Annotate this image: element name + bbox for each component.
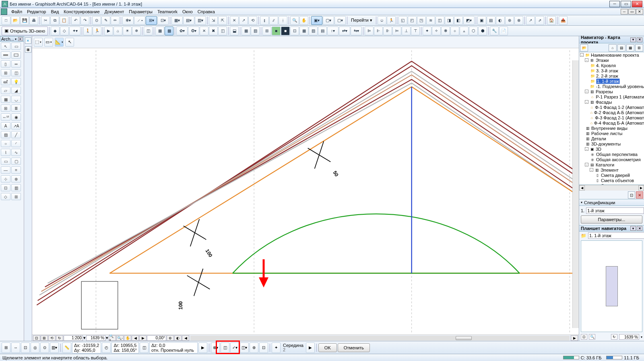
zoom-fit[interactable]: ⊡ [33,335,40,341]
layer-button[interactable]: ▦▾ [171,16,183,25]
ew3[interactable]: ◐ [496,16,505,25]
figure-tool[interactable]: ▭ [1,158,10,165]
splith-button[interactable]: ⫽ [269,16,278,25]
t6[interactable]: ⬡ [469,27,478,35]
snap-mode1-button[interactable]: ⟋▾ [134,16,145,25]
elevation-tool[interactable]: ⊹ [1,175,10,183]
ew1[interactable]: ▣ [477,16,486,25]
vtab-1[interactable]: ✕ [25,37,31,44]
menu-edit[interactable]: Редактор [25,8,48,15]
snap-play[interactable]: ▶ [306,343,315,353]
open-button[interactable]: 📂 [11,16,20,25]
zoom-prev2[interactable]: ◀ [132,335,139,341]
fwd-btn[interactable]: ▶ [571,335,578,341]
t4[interactable]: ⟐ [450,27,459,35]
zoom-in[interactable]: 🔍+ [109,335,116,341]
prev-zoom-fit[interactable]: ⊡ [581,334,587,340]
coord-polar[interactable]: ◴ [102,343,111,353]
roof-tool[interactable]: ◢ [11,87,21,94]
grid-button[interactable]: ⊡▾ [157,16,169,25]
r-cube[interactable]: ◫ [144,27,153,35]
rmode1[interactable]: ✿▾ [176,27,188,35]
open-3d-button[interactable]: ▣ Открыть 3D-окно [2,27,48,35]
walk2[interactable]: 🏃 [93,27,101,35]
drawing-canvas[interactable]: 50 100 100 [32,48,579,334]
r-shade1[interactable]: ▦ [155,27,164,35]
tx2[interactable]: ↗ [239,16,248,25]
coord-next[interactable]: ▶ [198,343,207,353]
rmode2[interactable]: ❂▾ [188,27,199,35]
save-button[interactable]: 💾 [20,16,29,25]
g9[interactable]: ⇄▾ [339,27,350,35]
stair-tool[interactable]: ≣ [11,105,21,112]
a6[interactable]: ⊤ [411,27,420,35]
rmode4[interactable]: ✖ [209,27,218,35]
person1[interactable]: ☺ [378,16,386,25]
vw1[interactable]: ◱ [398,16,407,25]
t5[interactable]: ⟁ [460,27,469,35]
preview-name-input[interactable] [588,232,644,239]
wrench[interactable]: 🔧 [490,27,499,35]
t2[interactable]: ✧ [432,27,441,35]
tree-new[interactable]: ⊡ [628,191,635,199]
vw2[interactable]: ◰ [408,16,417,25]
arrow2-tool[interactable]: ⇗ [535,16,544,25]
new-button[interactable]: □ [2,16,10,25]
t1[interactable]: ✦ [423,27,431,35]
xref-button[interactable]: ⇲ [209,16,218,25]
interior-tool[interactable]: ⊕ [11,175,21,183]
view-group2[interactable]: ▢▾ [323,16,334,25]
circle-tool[interactable]: ○ [1,140,10,147]
arrow-tool[interactable]: ↗ [526,16,535,25]
info-rect[interactable]: ▭ [44,38,53,47]
a3[interactable]: ⊪ [383,27,392,35]
snap-mode2-button[interactable]: ⊞▾ [146,16,157,25]
beam-tool[interactable]: ═ [11,60,21,68]
g5[interactable]: ▦ [299,27,308,35]
nav3[interactable]: ☀ [123,27,132,35]
prev-refresh[interactable]: ↻ [611,334,617,340]
ew4[interactable]: ⊕ [505,16,514,25]
g10[interactable]: ⇆▾ [351,27,362,35]
compass[interactable]: ⊛ [167,335,174,341]
zoom-button[interactable]: 🔍 [290,16,299,25]
fill-tool[interactable]: ▨ [1,131,10,138]
wand-button[interactable]: ✎ [101,16,110,25]
persp1[interactable]: ◆ [51,27,60,35]
arc-tool[interactable]: ◜ [11,140,21,147]
nav-pin[interactable]: ▾ [630,37,636,42]
zoom-out[interactable]: 🔍- [116,335,124,341]
menu-file[interactable]: Файл [9,8,25,15]
menu-view[interactable]: Вид [48,8,61,15]
snap-6[interactable]: ⊡ [259,343,268,353]
view-group1[interactable]: ▣▾ [311,16,322,25]
nav1[interactable]: ▶ [104,27,113,35]
coord-mode1[interactable]: ⊞ [2,343,10,353]
pick-button[interactable]: ⊙ [92,16,101,25]
vw8[interactable]: ◩▾ [463,16,475,25]
grid-tool[interactable]: ⊞ [11,193,21,200]
slab-tool[interactable]: ▱ [1,87,10,94]
publish-tool[interactable]: 📤 [559,16,568,25]
door-tool[interactable] [11,51,21,59]
spec-name-input[interactable] [586,207,644,214]
back-btn[interactable]: ◀ [182,335,189,341]
nav-close[interactable]: ✕ [637,37,642,42]
t3[interactable]: ❋ [441,27,450,35]
horizontal-scrollbar[interactable] [190,336,570,340]
vtab-2[interactable]: ▦ [25,46,31,53]
g1[interactable]: ⊞ [262,27,271,35]
a1[interactable]: ⊫ [365,27,374,35]
trim-button[interactable]: ⟊ [279,16,287,25]
text-tool[interactable]: A [1,122,10,129]
menu-window[interactable]: Окно [180,8,195,15]
marquee-tool[interactable]: ▭ [11,43,21,50]
coord-grav[interactable]: ▥▾ [50,343,59,353]
doc[interactable]: 📄 [499,27,508,35]
spec-title[interactable]: Спецификации [579,199,644,206]
maximize-button[interactable]: ▭ [621,1,631,7]
select-mode-button[interactable]: ✻▾ [122,16,134,25]
dim-tool[interactable]: ↔¹² [1,113,10,121]
view-group3[interactable]: ▢▾ [334,16,346,25]
tree-hscroll[interactable]: ◀▶ [579,185,644,191]
